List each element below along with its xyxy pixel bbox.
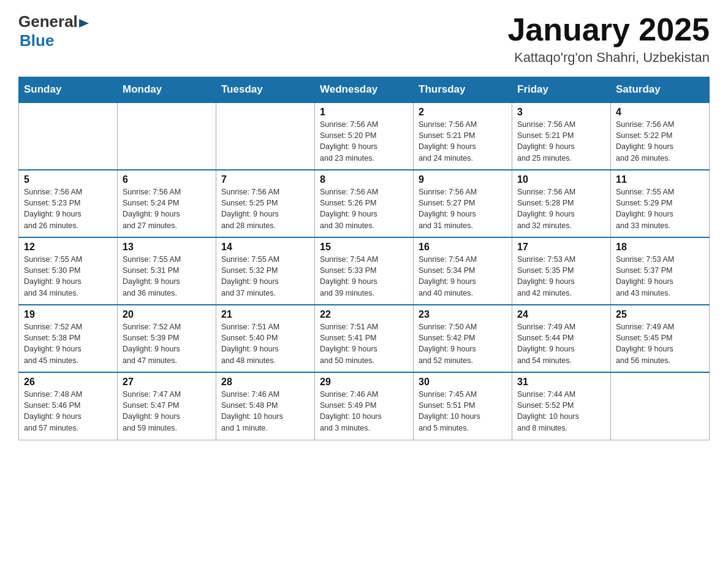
calendar-cell [118, 102, 216, 170]
day-number: 27 [123, 377, 211, 388]
day-info: Sunrise: 7:44 AM Sunset: 5:52 PM Dayligh… [517, 389, 605, 434]
day-number: 20 [123, 309, 211, 320]
calendar-cell: 27Sunrise: 7:47 AM Sunset: 5:47 PM Dayli… [118, 372, 216, 440]
logo-blue-text: Blue [20, 31, 91, 50]
weekday-header-row: SundayMondayTuesdayWednesdayThursdayFrid… [19, 77, 710, 103]
calendar-cell: 4Sunrise: 7:56 AM Sunset: 5:22 PM Daylig… [611, 102, 710, 170]
calendar-cell: 28Sunrise: 7:46 AM Sunset: 5:48 PM Dayli… [216, 372, 315, 440]
day-info: Sunrise: 7:56 AM Sunset: 5:24 PM Dayligh… [123, 186, 211, 231]
weekday-header-saturday: Saturday [611, 77, 710, 103]
day-number: 7 [221, 174, 309, 185]
header: General Blue January 2025 Kattaqo'rg'on … [18, 12, 710, 66]
day-info: Sunrise: 7:56 AM Sunset: 5:23 PM Dayligh… [24, 186, 112, 231]
day-info: Sunrise: 7:49 AM Sunset: 5:44 PM Dayligh… [517, 321, 605, 366]
logo-arrow-icon [78, 17, 91, 30]
logo-general-text: General [18, 12, 78, 31]
logo: General Blue [18, 12, 91, 50]
calendar-cell: 16Sunrise: 7:54 AM Sunset: 5:34 PM Dayli… [414, 237, 512, 305]
day-number: 6 [123, 174, 211, 185]
day-info: Sunrise: 7:49 AM Sunset: 5:45 PM Dayligh… [616, 321, 704, 366]
calendar-cell: 21Sunrise: 7:51 AM Sunset: 5:40 PM Dayli… [216, 305, 315, 372]
day-info: Sunrise: 7:46 AM Sunset: 5:49 PM Dayligh… [320, 389, 408, 434]
day-info: Sunrise: 7:55 AM Sunset: 5:29 PM Dayligh… [616, 186, 704, 231]
day-info: Sunrise: 7:56 AM Sunset: 5:27 PM Dayligh… [419, 186, 507, 231]
weekday-header-monday: Monday [118, 77, 216, 103]
day-info: Sunrise: 7:56 AM Sunset: 5:28 PM Dayligh… [517, 186, 605, 231]
calendar-week-2: 5Sunrise: 7:56 AM Sunset: 5:23 PM Daylig… [19, 170, 710, 237]
calendar-table: SundayMondayTuesdayWednesdayThursdayFrid… [18, 77, 710, 440]
weekday-header-wednesday: Wednesday [315, 77, 414, 103]
calendar-body: 1Sunrise: 7:56 AM Sunset: 5:20 PM Daylig… [19, 102, 710, 440]
calendar-cell: 20Sunrise: 7:52 AM Sunset: 5:39 PM Dayli… [118, 305, 216, 372]
day-number: 25 [616, 309, 704, 320]
day-number: 28 [221, 377, 309, 388]
day-number: 26 [24, 377, 112, 388]
calendar-cell: 15Sunrise: 7:54 AM Sunset: 5:33 PM Dayli… [315, 237, 414, 305]
calendar-cell: 10Sunrise: 7:56 AM Sunset: 5:28 PM Dayli… [512, 170, 611, 237]
day-number: 13 [123, 242, 211, 253]
calendar-cell: 31Sunrise: 7:44 AM Sunset: 5:52 PM Dayli… [512, 372, 611, 440]
day-number: 30 [419, 377, 507, 388]
day-info: Sunrise: 7:52 AM Sunset: 5:38 PM Dayligh… [24, 321, 112, 366]
calendar-cell: 26Sunrise: 7:48 AM Sunset: 5:46 PM Dayli… [19, 372, 118, 440]
day-number: 2 [419, 107, 507, 118]
day-info: Sunrise: 7:48 AM Sunset: 5:46 PM Dayligh… [24, 389, 112, 434]
day-info: Sunrise: 7:47 AM Sunset: 5:47 PM Dayligh… [123, 389, 211, 434]
calendar-cell: 18Sunrise: 7:53 AM Sunset: 5:37 PM Dayli… [611, 237, 710, 305]
calendar-week-4: 19Sunrise: 7:52 AM Sunset: 5:38 PM Dayli… [19, 305, 710, 372]
weekday-header-sunday: Sunday [19, 77, 118, 103]
calendar-week-3: 12Sunrise: 7:55 AM Sunset: 5:30 PM Dayli… [19, 237, 710, 305]
day-number: 16 [419, 242, 507, 253]
day-number: 1 [320, 107, 408, 118]
calendar-cell: 5Sunrise: 7:56 AM Sunset: 5:23 PM Daylig… [19, 170, 118, 237]
day-info: Sunrise: 7:46 AM Sunset: 5:48 PM Dayligh… [221, 389, 309, 434]
calendar-header: SundayMondayTuesdayWednesdayThursdayFrid… [19, 77, 710, 103]
calendar-cell: 30Sunrise: 7:45 AM Sunset: 5:51 PM Dayli… [414, 372, 512, 440]
day-info: Sunrise: 7:52 AM Sunset: 5:39 PM Dayligh… [123, 321, 211, 366]
calendar-cell: 2Sunrise: 7:56 AM Sunset: 5:21 PM Daylig… [414, 102, 512, 170]
day-info: Sunrise: 7:50 AM Sunset: 5:42 PM Dayligh… [419, 321, 507, 366]
calendar-cell: 3Sunrise: 7:56 AM Sunset: 5:21 PM Daylig… [512, 102, 611, 170]
calendar-cell: 6Sunrise: 7:56 AM Sunset: 5:24 PM Daylig… [118, 170, 216, 237]
day-info: Sunrise: 7:53 AM Sunset: 5:37 PM Dayligh… [616, 254, 704, 299]
calendar-cell: 11Sunrise: 7:55 AM Sunset: 5:29 PM Dayli… [611, 170, 710, 237]
day-number: 5 [24, 174, 112, 185]
calendar-cell: 13Sunrise: 7:55 AM Sunset: 5:31 PM Dayli… [118, 237, 216, 305]
weekday-header-thursday: Thursday [414, 77, 512, 103]
calendar-cell: 12Sunrise: 7:55 AM Sunset: 5:30 PM Dayli… [19, 237, 118, 305]
day-number: 11 [616, 174, 704, 185]
day-number: 3 [517, 107, 605, 118]
day-info: Sunrise: 7:56 AM Sunset: 5:22 PM Dayligh… [616, 119, 704, 164]
day-number: 18 [616, 242, 704, 253]
calendar-cell [19, 102, 118, 170]
day-info: Sunrise: 7:54 AM Sunset: 5:34 PM Dayligh… [419, 254, 507, 299]
day-number: 8 [320, 174, 408, 185]
day-info: Sunrise: 7:55 AM Sunset: 5:30 PM Dayligh… [24, 254, 112, 299]
calendar-cell: 14Sunrise: 7:55 AM Sunset: 5:32 PM Dayli… [216, 237, 315, 305]
day-number: 31 [517, 377, 605, 388]
day-info: Sunrise: 7:55 AM Sunset: 5:32 PM Dayligh… [221, 254, 309, 299]
calendar-cell: 22Sunrise: 7:51 AM Sunset: 5:41 PM Dayli… [315, 305, 414, 372]
day-info: Sunrise: 7:56 AM Sunset: 5:26 PM Dayligh… [320, 186, 408, 231]
day-info: Sunrise: 7:56 AM Sunset: 5:20 PM Dayligh… [320, 119, 408, 164]
day-number: 12 [24, 242, 112, 253]
day-info: Sunrise: 7:45 AM Sunset: 5:51 PM Dayligh… [419, 389, 507, 434]
day-number: 24 [517, 309, 605, 320]
title-area: January 2025 Kattaqo'rg'on Shahri, Uzbek… [507, 12, 710, 66]
svg-marker-0 [79, 19, 89, 28]
calendar-week-1: 1Sunrise: 7:56 AM Sunset: 5:20 PM Daylig… [19, 102, 710, 170]
calendar-cell: 1Sunrise: 7:56 AM Sunset: 5:20 PM Daylig… [315, 102, 414, 170]
calendar-cell: 7Sunrise: 7:56 AM Sunset: 5:25 PM Daylig… [216, 170, 315, 237]
day-number: 23 [419, 309, 507, 320]
calendar-cell: 17Sunrise: 7:53 AM Sunset: 5:35 PM Dayli… [512, 237, 611, 305]
calendar-week-5: 26Sunrise: 7:48 AM Sunset: 5:46 PM Dayli… [19, 372, 710, 440]
day-info: Sunrise: 7:53 AM Sunset: 5:35 PM Dayligh… [517, 254, 605, 299]
day-number: 14 [221, 242, 309, 253]
calendar-cell [216, 102, 315, 170]
day-info: Sunrise: 7:54 AM Sunset: 5:33 PM Dayligh… [320, 254, 408, 299]
calendar-cell: 29Sunrise: 7:46 AM Sunset: 5:49 PM Dayli… [315, 372, 414, 440]
day-number: 21 [221, 309, 309, 320]
day-number: 15 [320, 242, 408, 253]
calendar-cell: 25Sunrise: 7:49 AM Sunset: 5:45 PM Dayli… [611, 305, 710, 372]
day-number: 4 [616, 107, 704, 118]
